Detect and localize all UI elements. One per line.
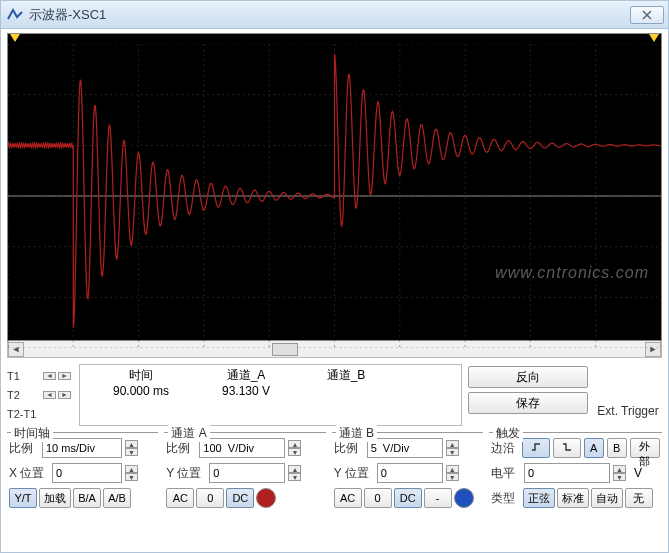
t2-right-button[interactable]: ► [58, 391, 71, 399]
close-icon [642, 10, 652, 20]
channel-b-group: 通道 B 比例 ▲▼ Y 位置 ▲▼ AC 0 DC - [332, 432, 483, 532]
readout-cha-value: 93.130 V [196, 384, 296, 398]
cha-dc-button[interactable]: DC [226, 488, 254, 508]
chb-ac-button[interactable]: AC [334, 488, 362, 508]
edge-fall-icon [562, 442, 572, 452]
channel-a-title: 通道 A [168, 425, 209, 442]
timebase-xpos-down[interactable]: ▼ [125, 473, 138, 481]
trigger-edge-label: 边沿 [491, 440, 519, 457]
app-icon [7, 7, 23, 23]
timebase-group: 时间轴 比例 ▲▼ X 位置 ▲▼ Y/T 加载 B/A A/B [7, 432, 158, 532]
mode-yt-button[interactable]: Y/T [9, 488, 37, 508]
titlebar: 示波器-XSC1 [1, 1, 668, 29]
trigger-group: 触发 边沿 A B 外部 电平 ▲▼ V 类型 正弦 [489, 432, 662, 532]
trigger-type-none-button[interactable]: 无 [625, 488, 653, 508]
trigger-level-input[interactable] [524, 463, 610, 483]
chb-color-swatch[interactable] [454, 488, 474, 508]
cursor-readout: 时间 通道_A 通道_B 90.000 ms 93.130 V [79, 364, 462, 426]
cursor-diff-label: T2-T1 [7, 408, 41, 420]
trigger-edge-rise-button[interactable] [522, 438, 550, 458]
save-button[interactable]: 保存 [468, 392, 588, 414]
cursor-t1-label: T1 [7, 370, 41, 382]
timebase-scale-down[interactable]: ▼ [125, 448, 138, 456]
cha-scale-down[interactable]: ▼ [288, 448, 301, 456]
chb-scale-input[interactable] [367, 438, 443, 458]
trigger-edge-fall-button[interactable] [553, 438, 581, 458]
timebase-scale-up[interactable]: ▲ [125, 440, 138, 448]
cha-ac-button[interactable]: AC [166, 488, 194, 508]
trigger-type-auto-button[interactable]: 自动 [591, 488, 623, 508]
cursor-controls: T1 ◄ ► T2 ◄ ► [7, 364, 73, 426]
chb-ypos-label: Y 位置 [334, 465, 374, 482]
mode-add-button[interactable]: 加载 [39, 488, 71, 508]
edge-rise-icon [531, 442, 541, 452]
timebase-xpos-label: X 位置 [9, 465, 49, 482]
chb-ypos-up[interactable]: ▲ [446, 465, 459, 473]
readout-chb-value [296, 384, 396, 398]
cha-ypos-up[interactable]: ▲ [288, 465, 301, 473]
cha-ypos-label: Y 位置 [166, 465, 206, 482]
timebase-title: 时间轴 [11, 425, 53, 442]
timebase-scale-label: 比例 [9, 440, 39, 457]
cha-ypos-down[interactable]: ▼ [288, 473, 301, 481]
trigger-level-up[interactable]: ▲ [613, 465, 626, 473]
trigger-title: 触发 [493, 425, 523, 442]
oscilloscope-display[interactable]: www.cntronics.com [7, 33, 662, 341]
cha-color-swatch[interactable] [256, 488, 276, 508]
chb-ypos-input[interactable] [377, 463, 443, 483]
channel-a-group: 通道 A 比例 ▲▼ Y 位置 ▲▼ AC 0 DC [164, 432, 325, 532]
trigger-type-sine-button[interactable]: 正弦 [523, 488, 555, 508]
trigger-level-down[interactable]: ▼ [613, 473, 626, 481]
timebase-xpos-input[interactable] [52, 463, 122, 483]
mode-ba-button[interactable]: B/A [73, 488, 101, 508]
readout-time-value: 90.000 ms [86, 384, 196, 398]
t1-right-button[interactable]: ► [58, 372, 71, 380]
readout-chb-header: 通道_B [296, 367, 396, 384]
scroll-thumb[interactable] [272, 343, 298, 356]
cha-ypos-input[interactable] [209, 463, 285, 483]
horizontal-scrollbar[interactable]: ◄ ► [7, 341, 662, 358]
trigger-level-unit: V [629, 466, 647, 480]
cursor-t2-label: T2 [7, 389, 41, 401]
timebase-scale-input[interactable] [42, 438, 122, 458]
waveform-canvas [8, 44, 661, 348]
chb-scale-down[interactable]: ▼ [446, 448, 459, 456]
cha-scale-up[interactable]: ▲ [288, 440, 301, 448]
window-title: 示波器-XSC1 [29, 6, 630, 24]
trigger-level-label: 电平 [491, 465, 521, 482]
readout-cha-header: 通道_A [196, 367, 296, 384]
cha-scale-label: 比例 [166, 440, 196, 457]
ext-trigger-label: Ext. Trigger [594, 364, 662, 426]
readout-time-header: 时间 [86, 367, 196, 384]
t1-left-button[interactable]: ◄ [43, 372, 56, 380]
trigger-src-b-button[interactable]: B [607, 438, 627, 458]
reverse-button[interactable]: 反向 [468, 366, 588, 388]
chb-scale-up[interactable]: ▲ [446, 440, 459, 448]
cha-scale-input[interactable] [199, 438, 285, 458]
scroll-track[interactable] [24, 342, 645, 357]
trigger-type-label: 类型 [491, 490, 521, 507]
trigger-markers [8, 34, 661, 44]
trigger-src-ext-button[interactable]: 外部 [630, 438, 660, 458]
chb-ypos-down[interactable]: ▼ [446, 473, 459, 481]
chb-zero-button[interactable]: 0 [364, 488, 392, 508]
cha-zero-button[interactable]: 0 [196, 488, 224, 508]
mode-ab-button[interactable]: A/B [103, 488, 131, 508]
t2-left-button[interactable]: ◄ [43, 391, 56, 399]
trigger-type-normal-button[interactable]: 标准 [557, 488, 589, 508]
chb-invert-button[interactable]: - [424, 488, 452, 508]
trigger-src-a-button[interactable]: A [584, 438, 604, 458]
chb-dc-button[interactable]: DC [394, 488, 422, 508]
channel-b-title: 通道 B [336, 425, 377, 442]
chb-scale-label: 比例 [334, 440, 364, 457]
close-button[interactable] [630, 6, 664, 24]
timebase-xpos-up[interactable]: ▲ [125, 465, 138, 473]
